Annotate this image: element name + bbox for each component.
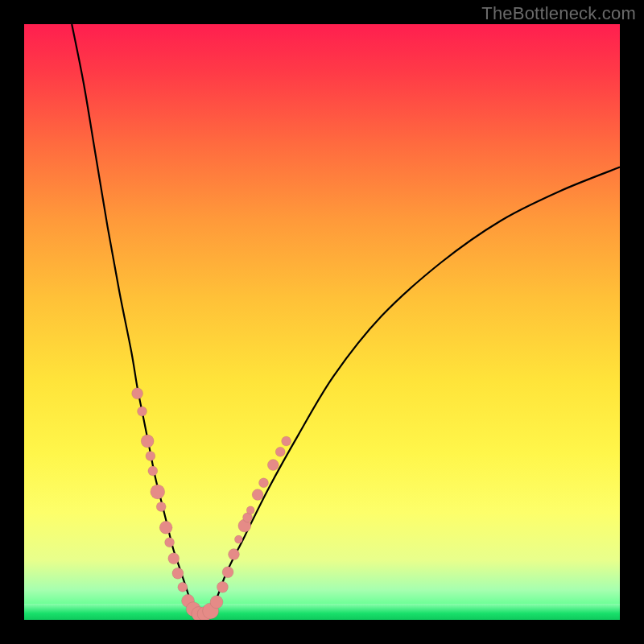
scatter-dot xyxy=(178,582,188,592)
scatter-dot xyxy=(165,538,175,547)
scatter-dot xyxy=(246,506,254,514)
scatter-dot xyxy=(168,553,180,564)
scatter-dot xyxy=(159,521,172,534)
scatter-dot xyxy=(138,407,147,416)
scatter-dot xyxy=(282,436,291,446)
scatter-dots-group xyxy=(132,388,291,620)
scatter-dot xyxy=(258,478,268,488)
scatter-dot xyxy=(238,519,251,532)
scatter-dot xyxy=(146,452,155,461)
scatter-dot xyxy=(252,489,263,501)
scatter-dot xyxy=(132,388,143,399)
scatter-dot xyxy=(156,502,166,511)
scatter-dot xyxy=(267,460,279,471)
scatter-dot xyxy=(275,447,285,456)
scatter-dot xyxy=(243,513,253,522)
chart-frame: TheBottleneck.com xyxy=(0,0,644,644)
scatter-dot xyxy=(228,549,239,560)
plot-area xyxy=(24,24,620,620)
scatter-dot xyxy=(151,485,165,499)
chart-svg xyxy=(24,24,620,620)
watermark-text: TheBottleneck.com xyxy=(481,3,636,24)
green-baseline-strip xyxy=(24,604,620,620)
scatter-dot xyxy=(222,567,233,578)
scatter-dot xyxy=(141,435,154,448)
left-curve-path xyxy=(72,24,196,614)
right-curve-path xyxy=(197,167,620,615)
scatter-dot xyxy=(148,466,158,476)
scatter-dot xyxy=(217,581,228,592)
scatter-dot xyxy=(172,568,184,579)
scatter-dot xyxy=(234,535,242,543)
